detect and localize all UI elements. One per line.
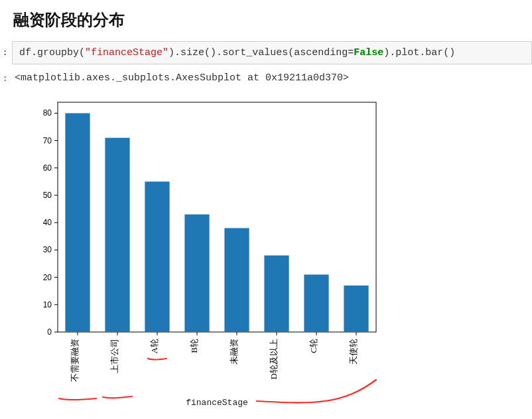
y-tick-label: 20 [43,273,52,282]
code-token: . [419,47,425,58]
x-tick-label: 未融资 [229,339,239,365]
y-tick-label: 70 [43,136,52,145]
code-content[interactable]: df.groupby("financeStage").size().sort_v… [12,41,532,64]
bar [184,214,209,332]
code-token: groupby [37,47,79,58]
x-tick-label: C轮 [308,339,318,353]
bar [264,256,289,332]
section-heading: 融资阶段的分布 [0,0,532,40]
bar [145,181,169,332]
chart-figure: 01020304050607080不需要融资上市公司A轮B轮未融资D轮及以上C轮… [0,89,532,418]
x-tick-label: 天使轮 [348,339,358,365]
x-tick-label: 上市公司 [109,339,119,373]
code-token: ( [79,47,85,58]
y-tick-label: 60 [43,163,52,173]
code-string: "financeStage" [85,47,168,58]
code-keyword: False [354,47,383,58]
code-token: ). [383,47,395,58]
y-tick-label: 50 [43,191,52,200]
x-tick-label: 不需要融资 [70,339,80,382]
code-token: size [180,47,204,58]
code-output-cell: : <matplotlib.axes._subplots.AxesSubplot… [0,66,532,89]
code-kwarg: ascending [294,47,348,58]
code-token: sort_values [222,47,288,58]
code-token: (). [204,47,222,58]
y-tick-label: 30 [43,245,52,254]
code-token: bar [425,47,443,58]
code-token: = [348,47,354,58]
output-text: <matplotlib.axes._subplots.AxesSubplot a… [12,67,532,88]
bar [344,286,368,332]
hand-annotation [59,359,376,402]
bar [65,113,90,332]
bar [304,275,328,333]
y-tick-label: 0 [47,327,52,337]
input-prompt: : [0,41,8,57]
bar [105,138,129,332]
code-token: plot [395,47,419,58]
x-axis-label: financeStage [186,398,248,408]
code-token: ( [288,47,294,58]
x-tick-label: B轮 [189,339,199,353]
code-token: () [443,47,455,58]
output-prompt: : [0,67,8,83]
y-tick-label: 40 [43,218,52,227]
code-token: ). [168,47,180,58]
x-tick-label: A轮 [149,339,159,353]
y-tick-label: 10 [43,300,52,309]
x-tick-label: D轮及以上 [269,339,279,379]
bar [224,228,249,332]
code-input-cell: : df.groupby("financeStage").size().sort… [0,40,532,66]
y-tick-label: 80 [43,108,52,118]
code-token: df. [19,47,37,58]
